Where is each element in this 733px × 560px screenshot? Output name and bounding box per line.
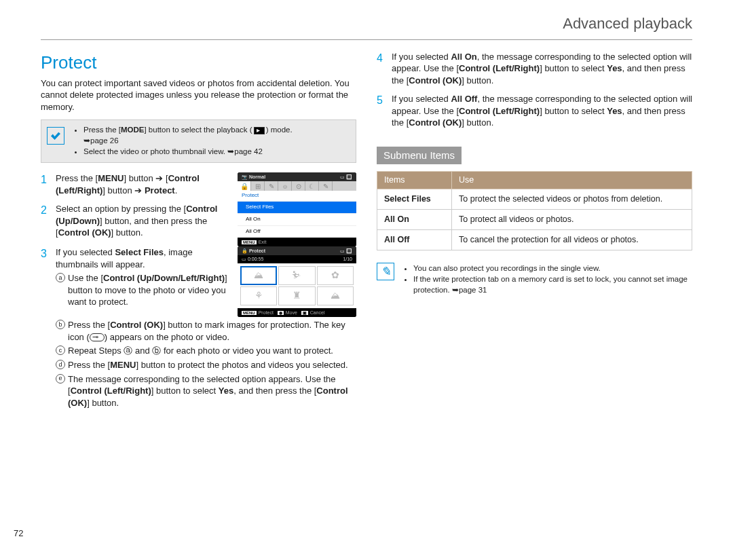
right-column: 4 If you selected All On, the message co… [377,51,692,411]
prerequisite-note: Press the [MODE] button to select the pl… [41,119,356,163]
note1-item-1: Press the [MODE] button to select the pl… [83,125,349,146]
menu-section-label: Protect [238,191,356,201]
circle-b-icon: b [56,320,65,329]
two-column-layout: Protect You can protect important saved … [41,51,692,411]
playback-mode-icon [254,127,265,134]
key-icon [90,333,105,341]
table-header-items: Items [377,172,452,189]
intro-paragraph: You can protect important saved videos o… [41,77,356,113]
circle-d-icon: d [56,360,65,369]
note1-item-2: Select the video or photo thumbnail view… [83,147,349,157]
camera-screen-menu: 📷 Normal▭ 🔳 🔒 ⊞✎⌾⊙☾✎ Protect Select File… [238,172,356,246]
step-5: 5 If you selected All Off, the message c… [377,93,692,129]
step-4: 4 If you selected All On, the message co… [377,51,692,87]
step-number: 4 [377,51,392,87]
substep-b: b Press the [Control (OK)] button to mar… [56,319,356,343]
chapter-header: Advanced playback [41,14,692,40]
substep-e: e The message corresponding to the selec… [56,373,356,409]
section-title: Protect [41,51,356,75]
note2-item: You can also protect you recordings in t… [413,263,692,274]
camera-screen-thumbnails: 🔒 Protect▭ 🔳 ▭ 0:00:551/10 ⛰⛷✿ ⚘♜⛰ MENUP… [238,246,356,317]
submenu-heading: Submenu Items [377,147,462,164]
table-row: All OffTo cancel the protection for all … [377,229,692,250]
step-2: 2 Select an option by pressing the [Cont… [41,203,232,239]
lock-icon: 🔒 [238,181,251,191]
info-note: ✎ You can also protect you recordings in… [377,263,692,297]
left-column: Protect You can protect important saved … [41,51,356,411]
substep-d: d Press the [MENU] button to protect the… [56,359,356,371]
circle-e-icon: e [56,374,65,384]
step-3: 3 If you selected Select Files, image th… [41,246,232,310]
menu-item: All Off [238,225,356,238]
circle-a-icon: a [56,273,65,282]
step-number: 2 [41,203,56,239]
page-number: 72 [14,527,23,540]
step-number: 1 [41,172,56,196]
page: Advanced playback Protect You can protec… [0,0,733,417]
note2-item: If the write protection tab on a memory … [413,274,692,295]
table-row: All OnTo protect all videos or photos. [377,209,692,229]
step-number: 3 [41,246,56,310]
substep-c: c Repeat Steps ⓐ and ⓑ for each photo or… [56,345,356,357]
menu-item-selected: Select Files [238,201,356,213]
circle-c-icon: c [56,346,65,355]
pencil-note-icon: ✎ [377,263,394,280]
step-1: 1 Press the [MENU] button ➔ [Control (Le… [41,172,232,196]
submenu-table: Items Use Select FilesTo protect the sel… [377,171,692,250]
menu-item: All On [238,213,356,225]
substep-a: a Use the [Control (Up/Down/Left/Right)]… [56,272,232,308]
table-header-use: Use [452,172,692,189]
step-number: 5 [377,93,392,129]
table-row: Select FilesTo protect the selected vide… [377,189,692,210]
check-icon [47,127,64,145]
